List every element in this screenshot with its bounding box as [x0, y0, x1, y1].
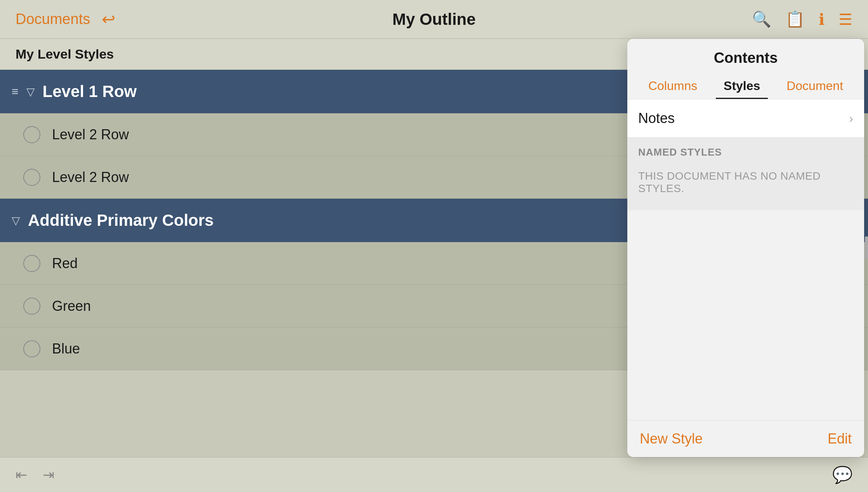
info-icon[interactable]: ℹ — [819, 10, 825, 28]
back-icon[interactable]: ↩ — [102, 10, 115, 29]
nav-left: Documents ↩ — [16, 10, 225, 29]
tab-document[interactable]: Document — [779, 74, 851, 99]
bottom-bar: ⇤ ⇥ 💬 — [0, 457, 868, 492]
chevron-right-icon: › — [849, 111, 853, 126]
tab-styles[interactable]: Styles — [716, 74, 768, 99]
search-icon[interactable]: 🔍 — [752, 10, 771, 28]
circle-icon-4 — [23, 298, 40, 315]
level2-row-text-1: Level 2 Row — [52, 126, 129, 143]
triangle-icon: ▽ — [26, 85, 35, 98]
popover-body: Notes › NAMED STYLES THIS DOCUMENT HAS N… — [627, 99, 864, 420]
empty-styles-area: THIS DOCUMENT HAS NO NAMED STYLES. — [627, 162, 864, 210]
tab-columns[interactable]: Columns — [641, 74, 705, 99]
page-title: My Outline — [225, 10, 643, 29]
new-style-button[interactable]: New Style — [640, 431, 703, 447]
outline-header-title: My Level Styles — [16, 47, 114, 62]
edit-button[interactable]: Edit — [828, 431, 852, 447]
row-icon-level1: ≡ — [12, 85, 19, 98]
menu-icon[interactable]: ☰ — [838, 10, 852, 28]
circle-icon-3 — [23, 255, 40, 272]
triangle-icon-2: ▽ — [12, 214, 20, 227]
documents-link[interactable]: Documents — [16, 11, 90, 28]
circle-icon-2 — [23, 169, 40, 186]
nav-bar: Documents ↩ My Outline 🔍 📋 ℹ ☰ — [0, 0, 868, 39]
notes-label: Notes — [638, 110, 675, 126]
popover-tabs: Columns Styles Document — [635, 74, 856, 99]
circle-icon-5 — [23, 340, 40, 357]
contents-popover: Contents Columns Styles Document Notes ›… — [627, 39, 864, 457]
panel-handle[interactable] — [865, 236, 868, 260]
comment-icon[interactable]: 💬 — [832, 465, 852, 484]
circle-icon — [23, 126, 40, 143]
level2-row-text-green: Green — [52, 298, 91, 314]
popover-footer: New Style Edit — [627, 420, 864, 457]
indent-right-icon[interactable]: ⇥ — [43, 467, 54, 483]
level2-row-text-2: Level 2 Row — [52, 169, 129, 185]
popover-title: Contents — [635, 50, 856, 66]
notes-row[interactable]: Notes › — [627, 99, 864, 138]
indent-left-icon[interactable]: ⇤ — [16, 467, 27, 483]
level2-row-text-red: Red — [52, 255, 78, 272]
styles-icon[interactable]: 📋 — [785, 10, 805, 28]
named-styles-section: NAMED STYLES — [627, 138, 864, 162]
level1-row-text: Level 1 Row — [43, 82, 137, 101]
level1-row-text-2: Additive Primary Colors — [28, 211, 214, 230]
nav-right: 🔍 📋 ℹ ☰ — [643, 10, 852, 28]
popover-header: Contents Columns Styles Document — [627, 39, 864, 99]
popover-overlay: Contents Columns Styles Document Notes ›… — [623, 39, 868, 457]
main-area: My Level Styles ≡ ▽ Level 1 Row Level 2 … — [0, 39, 868, 457]
level2-row-text-blue: Blue — [52, 341, 80, 357]
popover-arrow — [783, 39, 798, 40]
named-styles-label: NAMED STYLES — [638, 146, 722, 158]
empty-styles-text: THIS DOCUMENT HAS NO NAMED STYLES. — [638, 170, 821, 194]
